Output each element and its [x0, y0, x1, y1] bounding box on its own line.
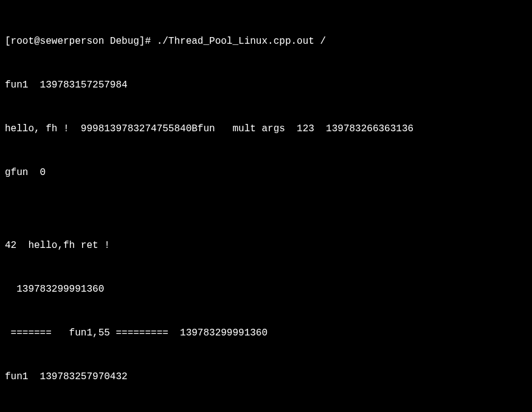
terminal-output-line: hello, fh ! 9998139783274755840Bfun mult… — [5, 122, 527, 136]
terminal-output-line: fun1 139783257970432 — [5, 369, 527, 384]
terminal-output-line: 139783299991360 — [5, 282, 527, 297]
terminal-output-line: 42 hello,fh ret ! — [5, 238, 527, 253]
terminal-output-line: fun1 139783157257984 — [5, 78, 527, 92]
terminal-prompt-line: [root@sewerperson Debug]# ./Thread_Pool_… — [5, 34, 527, 49]
terminal-window[interactable]: [root@sewerperson Debug]# ./Thread_Pool_… — [5, 5, 527, 412]
terminal-output-line: gfun 0 — [5, 165, 527, 180]
terminal-output-line: ======= fun1,55 ========= 13978329999136… — [5, 326, 527, 340]
